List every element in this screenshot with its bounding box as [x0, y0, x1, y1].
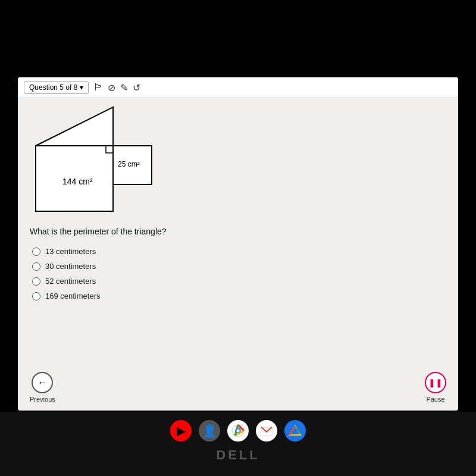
radio-a[interactable]	[32, 248, 40, 256]
refresh-icon[interactable]: ↺	[133, 82, 140, 93]
option-a-label: 13 centimeters	[45, 247, 96, 256]
bottom-nav: ← Previous ❚❚ Pause	[18, 367, 458, 408]
toolbar: Question 5 of 8 ▾ 🏳 ⊘ ✎ ↺	[18, 77, 458, 98]
youtube-icon[interactable]: ▶	[170, 420, 192, 441]
previous-icon: ←	[32, 372, 53, 393]
large-area-label: 144 cm²	[62, 177, 93, 186]
option-a[interactable]: 13 centimeters	[32, 247, 446, 256]
question-text: What is the perimeter of the triangle?	[30, 227, 446, 236]
option-b-label: 30 centimeters	[45, 262, 96, 271]
svg-point-7	[237, 430, 240, 433]
previous-button[interactable]: ← Previous	[30, 372, 55, 403]
flag-icon[interactable]: 🏳	[93, 82, 103, 93]
taskbar: ▶ 👤	[0, 412, 476, 476]
dell-logo: DELL	[0, 447, 476, 463]
content-area: 144 cm² 25 cm² What is the perimeter of …	[18, 98, 458, 312]
option-b[interactable]: 30 centimeters	[32, 262, 446, 271]
answer-options: 13 centimeters 30 centimeters 52 centime…	[32, 247, 446, 300]
pause-label: Pause	[426, 396, 444, 403]
pencil-icon[interactable]: ✎	[120, 82, 128, 93]
radio-b[interactable]	[32, 262, 40, 271]
svg-marker-2	[36, 107, 113, 146]
small-area-label: 25 cm²	[118, 160, 140, 168]
svg-line-11	[295, 426, 300, 435]
radio-c[interactable]	[32, 277, 40, 286]
option-d[interactable]: 169 centimeters	[32, 292, 446, 300]
option-d-label: 169 centimeters	[45, 292, 101, 300]
previous-label: Previous	[30, 396, 55, 403]
cancel-icon[interactable]: ⊘	[108, 82, 115, 93]
svg-line-13	[290, 426, 295, 435]
chrome-icon[interactable]	[227, 420, 249, 441]
gmail-icon[interactable]	[256, 420, 277, 441]
pause-icon: ❚❚	[425, 372, 446, 393]
drive-icon[interactable]	[284, 420, 306, 441]
diagram-container: 144 cm² 25 cm²	[30, 104, 446, 217]
files-icon[interactable]: 👤	[199, 420, 220, 441]
radio-d[interactable]	[32, 292, 40, 300]
option-c-label: 52 centimeters	[45, 277, 96, 286]
pause-button[interactable]: ❚❚ Pause	[425, 372, 446, 403]
quiz-screen: Question 5 of 8 ▾ 🏳 ⊘ ✎ ↺ 144 cm² 25 cm²	[18, 77, 458, 411]
question-counter[interactable]: Question 5 of 8 ▾	[24, 81, 89, 94]
option-c[interactable]: 52 centimeters	[32, 277, 446, 286]
taskbar-icons: ▶ 👤	[0, 412, 476, 441]
geometry-diagram: 144 cm² 25 cm²	[30, 104, 196, 217]
